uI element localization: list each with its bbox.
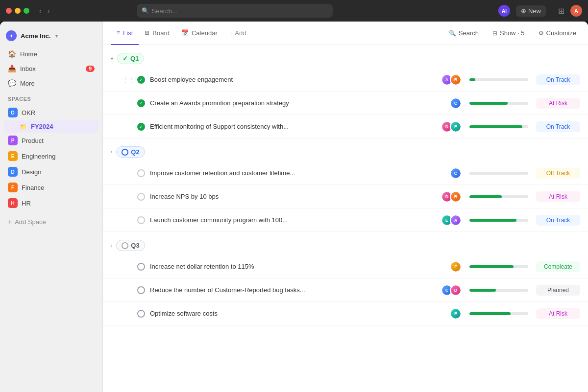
assignee-avatars: F bbox=[450, 261, 462, 273]
global-search-bar[interactable]: 🔍 Search... bbox=[137, 4, 333, 18]
task-status-icon[interactable]: ✓ bbox=[137, 99, 145, 107]
table-row[interactable]: ⋮⋮ Increase NPS by 10 bps D B At Risk bbox=[103, 185, 588, 208]
status-badge[interactable]: Planned bbox=[536, 285, 580, 296]
sidebar-item-design[interactable]: D Design bbox=[4, 164, 98, 180]
sidebar-item-label: Home bbox=[20, 50, 37, 58]
search-action[interactable]: 🔍 Search bbox=[445, 27, 483, 39]
sidebar-item-home[interactable]: 🏠 Home bbox=[4, 47, 98, 61]
task-status-icon[interactable] bbox=[137, 310, 145, 318]
progress-fill bbox=[469, 289, 496, 292]
search-icon: 🔍 bbox=[142, 7, 149, 14]
show-icon: ⊟ bbox=[492, 30, 497, 37]
status-badge[interactable]: At Risk bbox=[536, 308, 580, 319]
status-badge[interactable]: On Track bbox=[536, 215, 580, 226]
group-label: Q3 bbox=[131, 242, 139, 249]
task-status-icon[interactable] bbox=[137, 263, 145, 271]
circle-icon bbox=[122, 149, 128, 156]
status-badge[interactable]: On Track bbox=[536, 74, 580, 85]
more-icon: 💬 bbox=[8, 79, 16, 87]
avatar: A bbox=[450, 214, 462, 226]
status-badge[interactable]: Compleate bbox=[536, 261, 580, 272]
show-label: Show · 5 bbox=[500, 29, 525, 37]
minimize-button[interactable] bbox=[15, 8, 21, 14]
sidebar-item-okr[interactable]: O OKR bbox=[4, 105, 98, 120]
task-status-icon[interactable]: ✓ bbox=[137, 76, 145, 84]
progress-bar bbox=[469, 102, 528, 105]
sidebar-item-finance[interactable]: F Finance bbox=[4, 180, 98, 195]
sidebar-item-engineering[interactable]: E Engineering bbox=[4, 148, 98, 164]
status-badge[interactable]: At Risk bbox=[536, 191, 580, 202]
forward-button[interactable]: › bbox=[46, 6, 52, 16]
plus-icon: ⊕ bbox=[521, 7, 526, 15]
task-name: Increase NPS by 10 bps bbox=[150, 193, 441, 200]
workspace-header[interactable]: ✦ Acme Inc. ▾ bbox=[0, 27, 102, 47]
task-status-icon[interactable]: ✓ bbox=[137, 123, 145, 131]
tab-calendar[interactable]: 📅 Calendar bbox=[175, 22, 223, 45]
folder-icon: 📁 bbox=[20, 123, 27, 130]
top-tabs-right: 🔍 Search ⊟ Show · 5 ⚙ Customize bbox=[445, 27, 580, 39]
ai-badge[interactable]: AI bbox=[498, 5, 510, 17]
task-name: Increase net dollar retention to 115% bbox=[150, 263, 450, 270]
add-space-button[interactable]: + Add Space bbox=[0, 215, 102, 229]
task-status-icon[interactable] bbox=[137, 286, 145, 294]
assignee-avatars: D B bbox=[441, 191, 462, 203]
chevron-down-icon: ▾ bbox=[55, 33, 58, 39]
table-row[interactable]: ⋮⋮ Increase net dollar retention to 115%… bbox=[103, 255, 588, 278]
group-q2-header[interactable]: › Q2 bbox=[103, 138, 588, 161]
maximize-button[interactable] bbox=[24, 8, 29, 14]
spaces-label: Spaces bbox=[4, 96, 98, 105]
table-row[interactable]: ⋮⋮ ✓ Efficient monitoring of Support con… bbox=[103, 115, 588, 138]
task-name: Improve customer retention and customer … bbox=[150, 169, 450, 177]
assignee-avatars: C bbox=[450, 97, 462, 109]
progress-bar bbox=[469, 289, 528, 292]
chevron-right-icon[interactable]: › bbox=[111, 243, 112, 248]
task-status-icon[interactable] bbox=[137, 193, 145, 201]
titlebar: ‹ › 🔍 Search... AI ⊕ New ⊞ A bbox=[0, 0, 588, 22]
sidebar-item-fy2024[interactable]: 📁 FY2024 bbox=[4, 120, 98, 133]
tab-board[interactable]: ⊞ Board bbox=[139, 22, 175, 45]
chevron-right-icon[interactable]: › bbox=[111, 149, 112, 155]
back-button[interactable]: ‹ bbox=[37, 6, 44, 16]
workspace-logo: ✦ bbox=[6, 30, 17, 41]
sidebar-item-label: Inbox bbox=[20, 65, 36, 72]
tab-list[interactable]: ≡ List bbox=[111, 22, 139, 45]
task-name: Optimize software costs bbox=[150, 310, 450, 317]
table-row[interactable]: ⋮⋮ ✓ Boost employee engagement A B On Tr… bbox=[103, 68, 588, 92]
task-name: Efficient monitoring of Support consiste… bbox=[150, 123, 441, 130]
status-badge[interactable]: Off Track bbox=[536, 168, 580, 179]
sidebar-item-label: Finance bbox=[22, 184, 44, 191]
spaces-section: Spaces O OKR 📁 FY2024 P Product E Engine… bbox=[0, 90, 102, 213]
sidebar-item-inbox[interactable]: 📥 Inbox 9 bbox=[4, 62, 98, 75]
tab-add[interactable]: + Add bbox=[223, 29, 252, 37]
status-badge[interactable]: At Risk bbox=[536, 98, 580, 109]
show-action[interactable]: ⊟ Show · 5 bbox=[489, 27, 529, 39]
table-row[interactable]: ⋮⋮ Improve customer retention and custom… bbox=[103, 161, 588, 185]
task-name: Launch customer community program with 1… bbox=[150, 216, 441, 224]
group-q1-header[interactable]: ▾ ✓ Q1 bbox=[103, 45, 588, 68]
task-status-icon[interactable] bbox=[137, 216, 145, 224]
chevron-down-icon[interactable]: ▾ bbox=[111, 56, 113, 61]
user-avatar[interactable]: A bbox=[570, 5, 582, 17]
sidebar-item-hr[interactable]: H HR bbox=[4, 195, 98, 211]
progress-fill bbox=[469, 102, 508, 105]
task-status-icon[interactable] bbox=[137, 169, 145, 177]
customize-action[interactable]: ⚙ Customize bbox=[535, 27, 580, 39]
table-row[interactable]: ⋮⋮ Optimize software costs E At Risk bbox=[103, 302, 588, 325]
assignee-avatars: E bbox=[450, 308, 462, 320]
grid-icon[interactable]: ⊞ bbox=[558, 6, 564, 16]
table-row[interactable]: ⋮⋮ ✓ Create an Awards promotion preparat… bbox=[103, 92, 588, 115]
sidebar-item-product[interactable]: P Product bbox=[4, 133, 98, 148]
drag-handle-icon[interactable]: ⋮⋮ bbox=[122, 76, 134, 83]
table-row[interactable]: ⋮⋮ Reduce the number of Customer-Reporte… bbox=[103, 278, 588, 302]
status-badge[interactable]: On Track bbox=[536, 121, 580, 132]
progress-bar bbox=[469, 265, 528, 268]
sidebar-item-label: FY2024 bbox=[31, 123, 53, 130]
tab-label: Add bbox=[235, 29, 246, 37]
close-button[interactable] bbox=[6, 8, 12, 14]
new-button[interactable]: ⊕ New bbox=[516, 5, 546, 17]
table-row[interactable]: ⋮⋮ Launch customer community program wit… bbox=[103, 208, 588, 232]
group-q3-header[interactable]: › Q3 bbox=[103, 232, 588, 255]
gear-icon: ⚙ bbox=[539, 30, 544, 37]
customize-label: Customize bbox=[546, 29, 576, 37]
sidebar-item-more[interactable]: 💬 More bbox=[4, 76, 98, 90]
